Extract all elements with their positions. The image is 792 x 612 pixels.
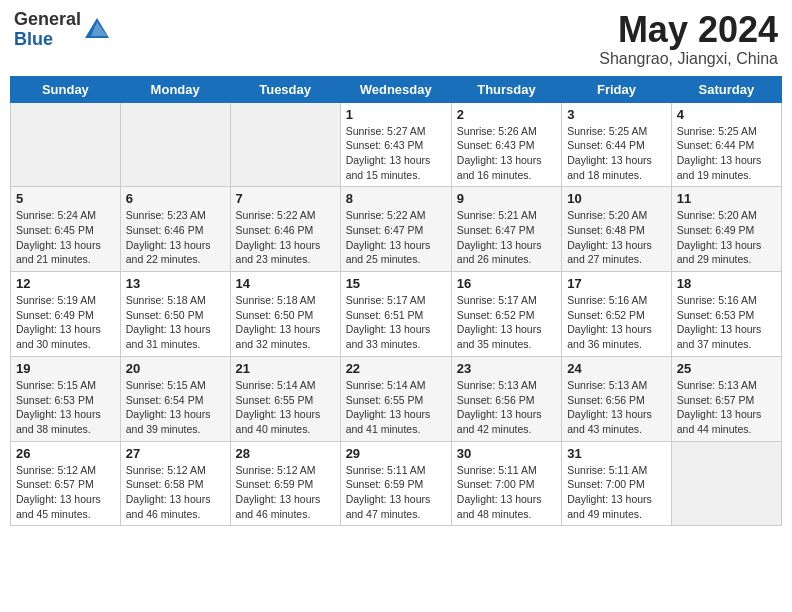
calendar-cell <box>671 441 781 526</box>
day-number: 15 <box>346 276 446 291</box>
day-number: 6 <box>126 191 225 206</box>
day-info: Sunrise: 5:11 AMSunset: 7:00 PMDaylight:… <box>457 463 556 522</box>
day-number: 8 <box>346 191 446 206</box>
day-info: Sunrise: 5:16 AMSunset: 6:52 PMDaylight:… <box>567 293 666 352</box>
day-number: 5 <box>16 191 115 206</box>
day-number: 30 <box>457 446 556 461</box>
month-year-title: May 2024 <box>599 10 778 50</box>
day-info: Sunrise: 5:13 AMSunset: 6:56 PMDaylight:… <box>457 378 556 437</box>
weekday-header-thursday: Thursday <box>451 76 561 102</box>
calendar-cell: 22Sunrise: 5:14 AMSunset: 6:55 PMDayligh… <box>340 356 451 441</box>
day-info: Sunrise: 5:22 AMSunset: 6:46 PMDaylight:… <box>236 208 335 267</box>
day-info: Sunrise: 5:14 AMSunset: 6:55 PMDaylight:… <box>236 378 335 437</box>
calendar-cell: 28Sunrise: 5:12 AMSunset: 6:59 PMDayligh… <box>230 441 340 526</box>
weekday-header-friday: Friday <box>562 76 672 102</box>
calendar-cell: 21Sunrise: 5:14 AMSunset: 6:55 PMDayligh… <box>230 356 340 441</box>
calendar-cell <box>120 102 230 187</box>
calendar-cell <box>11 102 121 187</box>
calendar-cell: 4Sunrise: 5:25 AMSunset: 6:44 PMDaylight… <box>671 102 781 187</box>
calendar-cell: 6Sunrise: 5:23 AMSunset: 6:46 PMDaylight… <box>120 187 230 272</box>
day-number: 20 <box>126 361 225 376</box>
day-info: Sunrise: 5:23 AMSunset: 6:46 PMDaylight:… <box>126 208 225 267</box>
logo-icon <box>83 16 111 44</box>
day-info: Sunrise: 5:24 AMSunset: 6:45 PMDaylight:… <box>16 208 115 267</box>
day-info: Sunrise: 5:20 AMSunset: 6:49 PMDaylight:… <box>677 208 776 267</box>
logo-general-text: General <box>14 10 81 30</box>
calendar-cell: 12Sunrise: 5:19 AMSunset: 6:49 PMDayligh… <box>11 272 121 357</box>
day-info: Sunrise: 5:17 AMSunset: 6:51 PMDaylight:… <box>346 293 446 352</box>
weekday-header-sunday: Sunday <box>11 76 121 102</box>
day-info: Sunrise: 5:12 AMSunset: 6:58 PMDaylight:… <box>126 463 225 522</box>
day-info: Sunrise: 5:27 AMSunset: 6:43 PMDaylight:… <box>346 124 446 183</box>
day-number: 14 <box>236 276 335 291</box>
calendar-cell: 31Sunrise: 5:11 AMSunset: 7:00 PMDayligh… <box>562 441 672 526</box>
day-number: 16 <box>457 276 556 291</box>
calendar-cell: 27Sunrise: 5:12 AMSunset: 6:58 PMDayligh… <box>120 441 230 526</box>
day-info: Sunrise: 5:13 AMSunset: 6:56 PMDaylight:… <box>567 378 666 437</box>
calendar-week-4: 19Sunrise: 5:15 AMSunset: 6:53 PMDayligh… <box>11 356 782 441</box>
calendar-cell: 11Sunrise: 5:20 AMSunset: 6:49 PMDayligh… <box>671 187 781 272</box>
day-info: Sunrise: 5:22 AMSunset: 6:47 PMDaylight:… <box>346 208 446 267</box>
day-number: 23 <box>457 361 556 376</box>
day-number: 12 <box>16 276 115 291</box>
day-info: Sunrise: 5:18 AMSunset: 6:50 PMDaylight:… <box>236 293 335 352</box>
calendar-week-5: 26Sunrise: 5:12 AMSunset: 6:57 PMDayligh… <box>11 441 782 526</box>
calendar-cell: 7Sunrise: 5:22 AMSunset: 6:46 PMDaylight… <box>230 187 340 272</box>
day-info: Sunrise: 5:16 AMSunset: 6:53 PMDaylight:… <box>677 293 776 352</box>
weekday-header-tuesday: Tuesday <box>230 76 340 102</box>
calendar-cell: 24Sunrise: 5:13 AMSunset: 6:56 PMDayligh… <box>562 356 672 441</box>
calendar-cell: 29Sunrise: 5:11 AMSunset: 6:59 PMDayligh… <box>340 441 451 526</box>
logo-blue-text: Blue <box>14 30 81 50</box>
weekday-header-saturday: Saturday <box>671 76 781 102</box>
day-number: 9 <box>457 191 556 206</box>
day-info: Sunrise: 5:18 AMSunset: 6:50 PMDaylight:… <box>126 293 225 352</box>
day-info: Sunrise: 5:14 AMSunset: 6:55 PMDaylight:… <box>346 378 446 437</box>
day-number: 28 <box>236 446 335 461</box>
calendar-cell: 9Sunrise: 5:21 AMSunset: 6:47 PMDaylight… <box>451 187 561 272</box>
calendar-week-3: 12Sunrise: 5:19 AMSunset: 6:49 PMDayligh… <box>11 272 782 357</box>
calendar-cell: 15Sunrise: 5:17 AMSunset: 6:51 PMDayligh… <box>340 272 451 357</box>
calendar-cell: 16Sunrise: 5:17 AMSunset: 6:52 PMDayligh… <box>451 272 561 357</box>
calendar-table: SundayMondayTuesdayWednesdayThursdayFrid… <box>10 76 782 527</box>
day-number: 25 <box>677 361 776 376</box>
calendar-cell: 8Sunrise: 5:22 AMSunset: 6:47 PMDaylight… <box>340 187 451 272</box>
page-header: General Blue May 2024 Shangrao, Jiangxi,… <box>10 10 782 68</box>
calendar-cell: 14Sunrise: 5:18 AMSunset: 6:50 PMDayligh… <box>230 272 340 357</box>
day-info: Sunrise: 5:19 AMSunset: 6:49 PMDaylight:… <box>16 293 115 352</box>
day-number: 19 <box>16 361 115 376</box>
day-number: 21 <box>236 361 335 376</box>
calendar-cell: 3Sunrise: 5:25 AMSunset: 6:44 PMDaylight… <box>562 102 672 187</box>
calendar-cell: 18Sunrise: 5:16 AMSunset: 6:53 PMDayligh… <box>671 272 781 357</box>
calendar-cell: 19Sunrise: 5:15 AMSunset: 6:53 PMDayligh… <box>11 356 121 441</box>
day-number: 1 <box>346 107 446 122</box>
day-info: Sunrise: 5:26 AMSunset: 6:43 PMDaylight:… <box>457 124 556 183</box>
calendar-cell <box>230 102 340 187</box>
day-number: 11 <box>677 191 776 206</box>
logo: General Blue <box>14 10 111 50</box>
day-number: 4 <box>677 107 776 122</box>
day-info: Sunrise: 5:11 AMSunset: 7:00 PMDaylight:… <box>567 463 666 522</box>
day-number: 2 <box>457 107 556 122</box>
day-number: 13 <box>126 276 225 291</box>
day-info: Sunrise: 5:15 AMSunset: 6:54 PMDaylight:… <box>126 378 225 437</box>
calendar-cell: 1Sunrise: 5:27 AMSunset: 6:43 PMDaylight… <box>340 102 451 187</box>
day-number: 17 <box>567 276 666 291</box>
calendar-cell: 17Sunrise: 5:16 AMSunset: 6:52 PMDayligh… <box>562 272 672 357</box>
day-info: Sunrise: 5:25 AMSunset: 6:44 PMDaylight:… <box>567 124 666 183</box>
day-number: 7 <box>236 191 335 206</box>
calendar-week-1: 1Sunrise: 5:27 AMSunset: 6:43 PMDaylight… <box>11 102 782 187</box>
day-number: 10 <box>567 191 666 206</box>
weekday-header-wednesday: Wednesday <box>340 76 451 102</box>
weekday-header-row: SundayMondayTuesdayWednesdayThursdayFrid… <box>11 76 782 102</box>
day-number: 24 <box>567 361 666 376</box>
calendar-cell: 25Sunrise: 5:13 AMSunset: 6:57 PMDayligh… <box>671 356 781 441</box>
day-number: 18 <box>677 276 776 291</box>
calendar-cell: 20Sunrise: 5:15 AMSunset: 6:54 PMDayligh… <box>120 356 230 441</box>
day-number: 3 <box>567 107 666 122</box>
calendar-cell: 13Sunrise: 5:18 AMSunset: 6:50 PMDayligh… <box>120 272 230 357</box>
calendar-cell: 26Sunrise: 5:12 AMSunset: 6:57 PMDayligh… <box>11 441 121 526</box>
calendar-cell: 2Sunrise: 5:26 AMSunset: 6:43 PMDaylight… <box>451 102 561 187</box>
day-number: 29 <box>346 446 446 461</box>
calendar-week-2: 5Sunrise: 5:24 AMSunset: 6:45 PMDaylight… <box>11 187 782 272</box>
day-info: Sunrise: 5:15 AMSunset: 6:53 PMDaylight:… <box>16 378 115 437</box>
